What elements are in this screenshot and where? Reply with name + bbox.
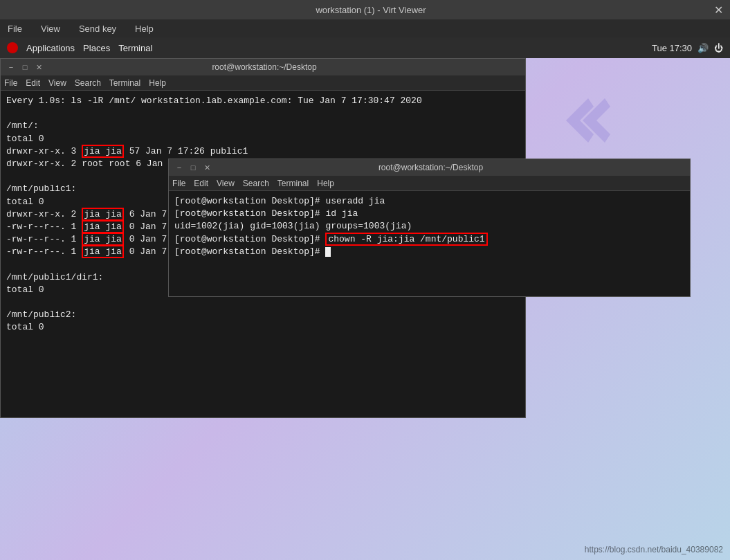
gnome-appbar: Applications Places Terminal Tue 17:30 🔊… xyxy=(0,37,730,58)
term2-line1: [root@workstation Desktop]# useradd jia xyxy=(174,195,684,208)
term2-cursor xyxy=(325,247,331,257)
term1-line10-pre: drwxr-xr-x. 2 xyxy=(6,209,82,219)
desktop: − □ ✕ root@workstation:~/Desktop File Ed… xyxy=(0,58,730,560)
term1-highlight-jia4: jia jia xyxy=(82,233,124,246)
term1-maximize[interactable]: □ xyxy=(20,62,30,72)
term1-menu-terminal[interactable]: Terminal xyxy=(109,78,140,88)
watermark: https://blog.csdn.net/baidu_40389082 xyxy=(585,545,723,554)
term2-menu-file[interactable]: File xyxy=(172,179,185,188)
appbar-right: Tue 17:30 🔊 ⏻ xyxy=(652,43,723,53)
term1-line2 xyxy=(6,107,520,120)
term1-close[interactable]: ✕ xyxy=(34,62,44,72)
term2-line4: [root@workstation Desktop]# chown -R jia… xyxy=(174,233,684,246)
term1-menu: File Edit View Search Terminal Help xyxy=(1,75,525,91)
term1-line11-pre: -rw-r--r--. 1 xyxy=(6,222,82,232)
virt-viewer-titlebar: workstation (1) - Virt Viewer ✕ xyxy=(0,0,730,19)
term2-highlight-chown: chown -R jia:jia /mnt/public1 xyxy=(325,233,487,246)
term2-line2: [root@workstation Desktop]# id jia xyxy=(174,208,684,220)
term2-menu-edit[interactable]: Edit xyxy=(194,179,208,188)
term2-menu-view[interactable]: View xyxy=(217,179,235,188)
menu-file[interactable]: File xyxy=(3,22,26,35)
term1-line12-pre: -rw-r--r--. 1 xyxy=(6,234,82,244)
term1-minimize[interactable]: − xyxy=(6,62,16,72)
term2-body: [root@workstation Desktop]# useradd jia … xyxy=(169,191,690,296)
term1-line5-pre: drwxr-xr-x. 3 xyxy=(6,146,82,156)
appbar-terminal[interactable]: Terminal xyxy=(118,43,152,53)
term2-minimize[interactable]: − xyxy=(174,163,184,172)
term2-maximize[interactable]: □ xyxy=(188,163,198,172)
appbar-applications[interactable]: Applications xyxy=(26,43,75,53)
term1-menu-help[interactable]: Help xyxy=(149,78,166,88)
term2-menu-search[interactable]: Search xyxy=(243,179,269,188)
power-icon[interactable]: ⏻ xyxy=(714,43,723,53)
appbar-left: Applications Places Terminal xyxy=(7,42,152,53)
term1-line1: Every 1.0s: ls -lR /mnt/ workstation.lab… xyxy=(6,95,520,107)
term1-titlebar: − □ ✕ root@workstation:~/Desktop xyxy=(1,59,525,75)
term2-menu-terminal[interactable]: Terminal xyxy=(277,179,309,188)
menu-help[interactable]: Help xyxy=(131,22,158,35)
redhat-logo xyxy=(7,42,18,53)
term1-menu-edit[interactable]: Edit xyxy=(26,78,40,88)
menu-view[interactable]: View xyxy=(37,22,64,35)
term1-line5-rest: 57 Jan 7 17:26 public1 xyxy=(124,146,248,156)
term2-line4-pre: [root@workstation Desktop]# xyxy=(174,234,325,244)
term2-menu: File Edit View Search Terminal Help xyxy=(169,176,690,191)
term1-highlight-jia3: jia jia xyxy=(82,220,124,233)
term1-menu-file[interactable]: File xyxy=(4,78,17,88)
term1-line13-pre: -rw-r--r--. 1 xyxy=(6,246,82,257)
term1-highlight-jia1: jia jia xyxy=(82,145,124,158)
appbar-time: Tue 17:30 xyxy=(652,43,692,53)
term1-title: root@workstation:~/Desktop xyxy=(44,62,485,72)
appbar-places[interactable]: Places xyxy=(83,43,110,53)
term1-line5: drwxr-xr-x. 3 jia jia 57 Jan 7 17:26 pub… xyxy=(6,145,520,158)
term1-menu-search[interactable]: Search xyxy=(75,78,101,88)
term1-line17 xyxy=(6,296,520,309)
desktop-bg-icon xyxy=(560,93,616,152)
term2-titlebar: − □ ✕ root@workstation:~/Desktop xyxy=(169,159,690,176)
term1-line3: /mnt/: xyxy=(6,120,520,132)
term2-line5: [root@workstation Desktop]# xyxy=(174,246,684,258)
term1-highlight-jia2: jia jia xyxy=(82,208,124,221)
menu-sendkey[interactable]: Send key xyxy=(75,22,120,35)
term1-highlight-jia5: jia jia xyxy=(82,245,124,258)
term1-buttons[interactable]: − □ ✕ xyxy=(6,62,44,72)
titlebar-title: workstation (1) - Virt Viewer xyxy=(28,5,714,15)
term2-menu-help[interactable]: Help xyxy=(317,179,334,188)
titlebar-close-button[interactable]: ✕ xyxy=(714,3,723,17)
term2-line3: uid=1002(jia) gid=1003(jia) groups=1003(… xyxy=(174,220,684,233)
term1-menu-view[interactable]: View xyxy=(48,78,66,88)
term2-title: root@workstation:~/Desktop xyxy=(212,163,650,172)
volume-icon[interactable]: 🔊 xyxy=(697,43,709,53)
term2-buttons[interactable]: − □ ✕ xyxy=(174,163,212,172)
terminal-window-2: − □ ✕ root@workstation:~/Desktop File Ed… xyxy=(168,159,691,297)
term1-line4: total 0 xyxy=(6,133,520,145)
term2-line5-prompt: [root@workstation Desktop]# xyxy=(174,246,325,257)
virt-viewer-menubar: File View Send key Help xyxy=(0,19,730,37)
term1-line19: total 0 xyxy=(6,321,520,334)
term1-line18: /mnt/public2: xyxy=(6,309,520,321)
term2-close[interactable]: ✕ xyxy=(202,163,212,172)
